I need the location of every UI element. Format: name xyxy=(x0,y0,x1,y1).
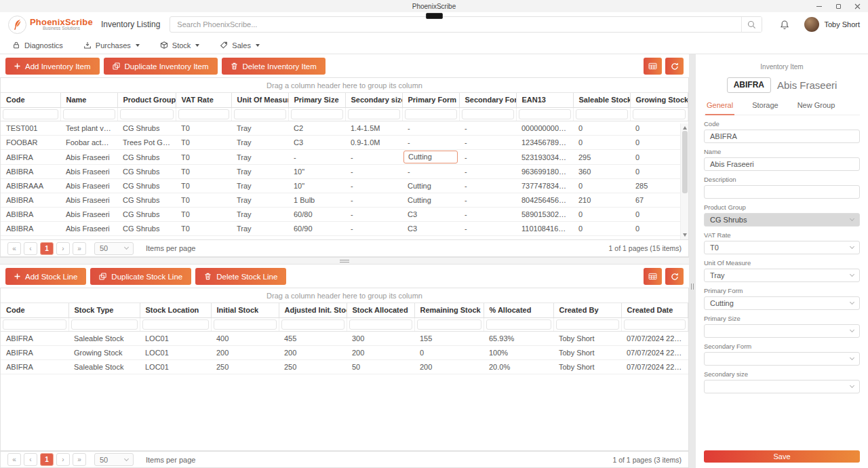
column-header-created-by[interactable]: Created By xyxy=(553,303,621,318)
cell[interactable]: Foobar actual inv... xyxy=(60,136,117,150)
tab-general[interactable]: General xyxy=(705,99,734,115)
cell[interactable]: 285 xyxy=(630,179,688,193)
cell[interactable]: CG Shrubs xyxy=(117,222,176,236)
cell[interactable]: 0 xyxy=(630,150,688,165)
cell[interactable]: - xyxy=(345,150,402,165)
filter-input-stock-type[interactable] xyxy=(71,319,138,330)
cell[interactable]: - xyxy=(402,165,459,179)
cell[interactable]: Abis Fraseeri xyxy=(60,179,117,193)
cell[interactable]: C2 xyxy=(288,121,345,136)
table-row[interactable]: ABIFRAAbis FraseeriCG ShrubsT0Tray--Cutt… xyxy=(1,150,688,165)
cell[interactable]: CG Shrubs xyxy=(117,165,176,179)
filter-input-code[interactable] xyxy=(3,109,58,119)
filter-input-created-by[interactable] xyxy=(556,319,619,330)
cell[interactable]: FOOBAR xyxy=(1,136,60,150)
cell[interactable]: Tray xyxy=(231,165,288,179)
primary-size-select[interactable] xyxy=(704,324,860,338)
cell[interactable]: T0 xyxy=(176,222,231,236)
cell[interactable]: Tray xyxy=(231,208,288,222)
cell[interactable]: T0 xyxy=(176,193,231,208)
cell[interactable]: 455 xyxy=(279,332,347,346)
cell[interactable]: - xyxy=(402,136,459,150)
cell[interactable]: ABIBRA xyxy=(1,193,60,208)
column-header-stock-type[interactable]: Stock Type xyxy=(68,303,140,318)
filter-input-name[interactable] xyxy=(63,109,115,119)
column-header-ean13[interactable]: EAN13 xyxy=(516,93,573,108)
filter-input-initial-stock[interactable] xyxy=(214,319,277,330)
table-row[interactable]: ABIFRAGrowing StockLOC012002002000100%To… xyxy=(1,346,688,360)
product-group-select[interactable]: CG Shrubs xyxy=(704,213,860,227)
cell[interactable]: Tray xyxy=(231,193,288,208)
filter-input-code[interactable] xyxy=(3,319,66,330)
cell[interactable]: T0 xyxy=(176,208,231,222)
nav-item-sales[interactable]: Sales xyxy=(220,41,260,50)
filter-input-remaining-stock[interactable] xyxy=(417,319,481,330)
duplicate-inventory-item-button[interactable]: Duplicate Inventory Item xyxy=(104,58,218,75)
description-field[interactable] xyxy=(704,185,860,199)
page-number-button[interactable]: 1 xyxy=(40,453,54,466)
horizontal-splitter[interactable] xyxy=(0,257,689,265)
column-header-saleable-stock[interactable]: Saleable Stock xyxy=(573,93,630,108)
column-header-growing-stock[interactable]: Growing Stock xyxy=(630,93,688,108)
cell[interactable]: 250 xyxy=(279,360,347,374)
cell[interactable]: LOC01 xyxy=(140,332,211,346)
cell[interactable]: ABIBRA xyxy=(1,208,60,222)
column-header-secondary-form[interactable]: Secondary Form xyxy=(459,93,516,108)
cell[interactable]: T0 xyxy=(176,179,231,193)
table-row[interactable]: ABIBRAAbis FraseeriCG ShrubsT0Tray60/80-… xyxy=(1,208,688,222)
refresh-button[interactable] xyxy=(665,268,684,285)
cell[interactable]: - xyxy=(459,179,516,193)
cell[interactable]: Toby Short xyxy=(553,332,621,346)
column-header-remaining-stock[interactable]: Remaining Stock xyxy=(414,303,484,318)
page-number-button[interactable]: 1 xyxy=(40,242,54,255)
nav-item-stock[interactable]: Stock xyxy=(160,41,200,50)
cell[interactable]: C3 xyxy=(402,222,459,236)
cell[interactable]: ABIFRA xyxy=(1,150,60,165)
cell[interactable]: 10" xyxy=(288,165,345,179)
cell[interactable]: 50 xyxy=(347,360,414,374)
cell[interactable]: Toby Short xyxy=(553,360,621,374)
cell[interactable]: C3 xyxy=(402,208,459,222)
cell[interactable]: 0 xyxy=(573,121,630,136)
filter-input-stock-location[interactable] xyxy=(142,319,209,330)
secondary-size-select[interactable] xyxy=(704,380,860,393)
cell[interactable]: CG Shrubs xyxy=(117,193,176,208)
delete-inventory-item-button[interactable]: Delete Inventory Item xyxy=(222,58,326,75)
notifications-bell-icon[interactable] xyxy=(780,20,789,30)
cell[interactable]: Saleable Stock xyxy=(68,360,140,374)
cell[interactable]: 65.93% xyxy=(484,332,553,346)
cell[interactable]: 0.9-1.0M xyxy=(345,136,402,150)
cell[interactable]: 1234567890132 xyxy=(516,136,573,150)
maximize-icon[interactable] xyxy=(829,0,848,12)
cell[interactable]: LOC01 xyxy=(140,360,211,374)
column-header-stock-allocated[interactable]: Stock Allocated xyxy=(347,303,414,318)
cell[interactable]: - xyxy=(459,222,516,236)
cell[interactable]: - xyxy=(402,121,459,136)
cell[interactable]: TEST001 xyxy=(1,121,60,136)
cell[interactable]: 200 xyxy=(279,346,347,360)
cell[interactable]: 0 xyxy=(573,208,630,222)
save-button[interactable]: Save xyxy=(704,450,860,463)
cell[interactable]: ABIFRA xyxy=(1,346,68,360)
cell[interactable]: 0 xyxy=(573,222,630,236)
column-header-created-date[interactable]: Created Date xyxy=(621,303,688,318)
page-size-select[interactable]: 50 xyxy=(94,242,134,255)
primary-form-select[interactable]: Cutting xyxy=(704,296,860,310)
first-page-button[interactable]: « xyxy=(7,453,21,466)
cell[interactable]: 5231930345915 xyxy=(516,150,573,165)
prev-page-button[interactable]: ‹ xyxy=(24,453,37,466)
filter-input-product-group[interactable] xyxy=(120,109,174,119)
cell[interactable]: 10" xyxy=(288,179,345,193)
cell[interactable]: - xyxy=(459,208,516,222)
cell[interactable]: CG Shrubs xyxy=(117,150,176,165)
scrollbar-thumb[interactable] xyxy=(682,131,688,193)
cell[interactable]: ABIFRA xyxy=(1,360,68,374)
filter-input-secondary-size[interactable] xyxy=(348,109,400,119)
filter-input-unit-of-measure[interactable] xyxy=(234,109,286,119)
cell[interactable]: Growing Stock xyxy=(68,346,140,360)
cell[interactable]: 100% xyxy=(484,346,553,360)
minimize-icon[interactable] xyxy=(810,0,829,12)
cell[interactable]: C3 xyxy=(288,136,345,150)
column-header-secondary-size[interactable]: Secondary size xyxy=(345,93,402,108)
cell[interactable]: Abis Fraseeri xyxy=(60,165,117,179)
